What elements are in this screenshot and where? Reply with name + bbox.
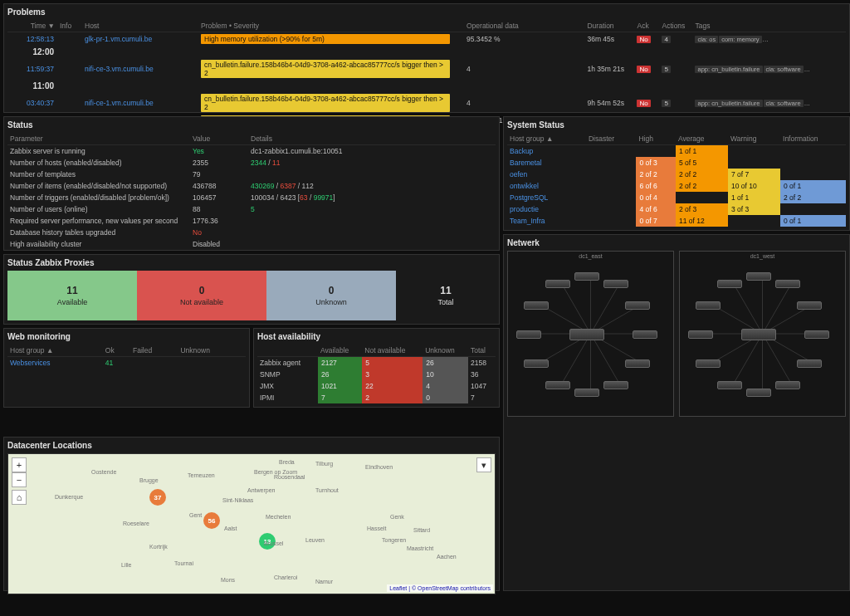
ha-notavail[interactable]: 2 <box>362 392 423 403</box>
network-node[interactable] <box>696 301 721 310</box>
ss-cell[interactable]: 7 of 7 <box>728 169 780 180</box>
ss-cell[interactable]: 1 of 1 <box>728 192 780 203</box>
network-node[interactable] <box>775 280 800 288</box>
ss-group[interactable]: ontwikkel <box>510 182 539 190</box>
zoom-out-button[interactable]: − <box>12 472 27 487</box>
ss-cell[interactable]: 10 of 10 <box>728 180 780 192</box>
filter-button[interactable]: ▾ <box>476 457 491 472</box>
ha-unknown[interactable]: 0 <box>423 392 468 403</box>
problem-severity-bar[interactable]: cn_bulletin.failure.158b46b4-04d9-3708-a… <box>201 60 450 78</box>
network-node[interactable] <box>574 272 599 281</box>
proxy-box-unknown[interactable]: 0Unknown <box>266 271 396 320</box>
network-node[interactable] <box>625 359 650 368</box>
ss-cell[interactable]: 0 of 1 <box>780 215 846 227</box>
problem-severity-bar[interactable]: cn_bulletin.failure.158b46b4-04d9-3708-a… <box>201 94 450 112</box>
network-node[interactable] <box>625 301 650 310</box>
web-group[interactable]: Webservices <box>10 359 51 367</box>
tag[interactable]: com: memory <box>719 36 761 43</box>
network-node[interactable] <box>804 330 829 339</box>
problem-host[interactable]: nifi-ce-1.vm.cumuli.be <box>85 99 154 107</box>
network-node[interactable] <box>746 272 771 281</box>
col-problem[interactable]: Problem • Severity <box>198 20 464 32</box>
network-node[interactable] <box>775 381 800 389</box>
col-duration[interactable]: Duration <box>584 20 634 32</box>
network-node[interactable] <box>603 381 628 389</box>
col-host[interactable]: Host <box>82 20 198 32</box>
col-tags[interactable]: Tags <box>692 20 846 32</box>
problem-severity-bar[interactable]: High memory utilization (>90% for 5m) <box>201 34 450 44</box>
ss-group[interactable]: Backup <box>510 147 533 155</box>
zoom-in-button[interactable]: + <box>12 457 27 472</box>
problem-host[interactable]: glk-pr-1.vm.cumuli.be <box>85 35 152 43</box>
col-time[interactable]: Time ▼ <box>7 20 57 32</box>
ha-unknown[interactable]: 10 <box>423 369 468 380</box>
ss-cell[interactable]: 2 of 2 <box>636 169 676 180</box>
col-info[interactable]: Info <box>57 20 82 32</box>
ss-group[interactable]: oefen <box>510 170 527 178</box>
tag[interactable]: cla: software <box>764 66 804 73</box>
network-node[interactable] <box>717 280 742 288</box>
ss-cell[interactable]: 3 of 3 <box>728 203 780 215</box>
col-ack[interactable]: Ack <box>634 20 659 32</box>
ha-avail[interactable]: 1021 <box>318 380 362 392</box>
problem-row[interactable]: 11:59:37 nifi-ce-3.vm.cumuli.be cn_bulle… <box>7 58 846 80</box>
ss-cell[interactable]: 4 of 6 <box>636 203 676 215</box>
ha-unknown[interactable]: 4 <box>423 380 468 392</box>
ss-cell[interactable]: 0 of 3 <box>636 157 676 169</box>
network-node[interactable] <box>741 329 776 340</box>
ss-group[interactable]: Team_Infra <box>510 217 545 225</box>
problem-host[interactable]: nifi-ce-3.vm.cumuli.be <box>85 65 154 73</box>
network-node[interactable] <box>688 330 713 339</box>
network-map-left[interactable]: dc1_east <box>507 251 674 417</box>
network-node[interactable] <box>797 359 822 368</box>
network-node[interactable] <box>633 330 657 339</box>
ss-col[interactable]: Host group ▲ <box>507 133 586 145</box>
home-button[interactable]: ⌂ <box>12 490 27 505</box>
ss-group[interactable]: PostgreSQL <box>510 193 548 202</box>
ss-group[interactable]: Baremetal <box>510 159 542 167</box>
col-opdata[interactable]: Operational data <box>464 20 584 32</box>
map-marker[interactable]: 56 <box>203 512 220 529</box>
proxy-box-available[interactable]: 11Available <box>7 271 137 320</box>
problem-row[interactable]: 12:58:13 glk-pr-1.vm.cumuli.be High memo… <box>7 32 846 46</box>
network-node[interactable] <box>524 359 549 368</box>
ack-link[interactable]: No <box>637 36 650 43</box>
network-node[interactable] <box>545 381 570 389</box>
network-map-right[interactable]: dc1_west <box>679 251 846 417</box>
ha-avail[interactable]: 2127 <box>318 357 362 369</box>
tag[interactable]: cla: software <box>764 100 804 107</box>
tag[interactable]: app: cn_bulletin.failure <box>695 66 762 73</box>
ss-cell[interactable]: 11 of 12 <box>676 215 728 227</box>
tags-more-icon[interactable]: ... <box>804 99 810 107</box>
datacenter-map[interactable]: + − ⌂ ▾ 375613 AntwerpenBrusselGentBrugg… <box>7 453 496 594</box>
ss-cell[interactable]: 0 of 7 <box>636 215 676 227</box>
col-actions[interactable]: Actions <box>659 20 692 32</box>
actions-count[interactable]: 5 <box>662 100 670 107</box>
ha-unknown[interactable]: 26 <box>423 357 468 369</box>
actions-count[interactable]: 5 <box>662 66 670 73</box>
ss-cell[interactable]: 0 of 1 <box>780 180 846 192</box>
ss-cell[interactable]: 2 of 2 <box>676 169 728 180</box>
ha-notavail[interactable]: 3 <box>362 369 423 380</box>
problem-row[interactable]: 03:40:37 nifi-ce-1.vm.cumuli.be cn_bulle… <box>7 92 846 114</box>
ha-avail[interactable]: 7 <box>318 392 362 403</box>
ss-cell[interactable]: 1 of 1 <box>676 145 728 158</box>
proxy-box-not-available[interactable]: 0Not available <box>137 271 266 320</box>
ss-cell[interactable]: 5 of 5 <box>676 157 728 169</box>
ha-notavail[interactable]: 22 <box>362 380 423 392</box>
network-node[interactable] <box>569 329 604 340</box>
web-ok[interactable]: 41 <box>103 357 130 369</box>
network-node[interactable] <box>516 330 541 339</box>
ss-cell[interactable]: 0 of 4 <box>636 192 676 203</box>
network-node[interactable] <box>746 389 771 397</box>
actions-count[interactable]: 4 <box>662 36 670 43</box>
ha-notavail[interactable]: 5 <box>362 357 423 369</box>
tags-more-icon[interactable]: ... <box>763 35 769 43</box>
tags-more-icon[interactable]: ... <box>804 65 810 73</box>
network-node[interactable] <box>524 301 549 310</box>
ha-avail[interactable]: 26 <box>318 369 362 380</box>
network-node[interactable] <box>574 389 599 397</box>
problem-time[interactable]: 11:59:37 <box>27 65 54 73</box>
tag[interactable]: app: cn_bulletin.failure <box>695 100 762 107</box>
network-node[interactable] <box>797 301 822 310</box>
